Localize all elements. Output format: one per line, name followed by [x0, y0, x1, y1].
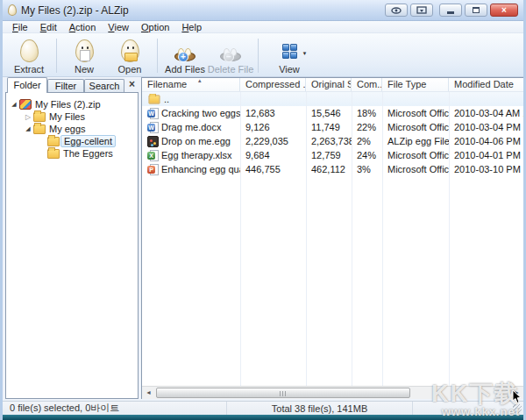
file-list: Filename ▴ Compressed ... Original S... …: [141, 77, 523, 399]
extract-button[interactable]: Extract: [6, 35, 52, 76]
egg-mascot-paper-icon: [75, 39, 94, 62]
scroll-left-icon[interactable]: ◄: [142, 387, 155, 399]
table-row[interactable]: WCracking two eggs wit... 12,683 15,546 …: [142, 106, 523, 120]
column-gridline: [382, 92, 383, 386]
view-button[interactable]: ▼ View: [267, 35, 312, 76]
egg-mascot-folder-icon: [121, 39, 139, 62]
restore-icon: [473, 7, 480, 13]
tree-item-my-eggs[interactable]: ◢ My eggs: [6, 123, 138, 135]
column-filetype[interactable]: File Type: [382, 78, 449, 91]
panel-tabs: Folder Filter Search ×: [5, 77, 139, 93]
column-filename[interactable]: Filename ▴: [142, 78, 240, 91]
content-area: Folder Filter Search × ◢ My Files (2).zi…: [3, 77, 523, 401]
tab-search[interactable]: Search: [84, 79, 124, 93]
chevron-down-icon[interactable]: ▼: [302, 51, 308, 56]
close-button[interactable]: ×: [490, 4, 518, 17]
toolbar-separator: [157, 39, 158, 73]
app-egg-icon: [8, 4, 17, 16]
titlebar-tray-button[interactable]: [410, 4, 433, 17]
delete-file-button: − Delete File: [208, 35, 253, 76]
status-selection: 0 file(s) selected, 0바이트: [3, 402, 227, 415]
tab-filter[interactable]: Filter: [47, 79, 84, 93]
menu-edit[interactable]: Edit: [34, 22, 63, 32]
column-gridline: [352, 92, 352, 386]
horizontal-scrollbar[interactable]: ◄ ►: [142, 386, 523, 399]
maximize-button[interactable]: [465, 4, 487, 17]
status-total: Total 38 file(s), 141MB: [227, 402, 413, 415]
toolbar-separator: [56, 39, 57, 73]
toolbar: Extract New Open + Add Files −: [3, 33, 523, 77]
folder-icon: [149, 95, 160, 103]
column-compressed[interactable]: Compressed ...: [240, 78, 306, 91]
expander-open-icon[interactable]: ◢: [10, 101, 18, 108]
word-doc-icon: W: [147, 108, 159, 119]
add-files-button[interactable]: + Add Files: [162, 35, 208, 76]
close-icon: ×: [501, 6, 507, 15]
folder-icon: [33, 125, 46, 134]
alzip-window: My Files (2).zip - ALZip × File Edit Act…: [0, 0, 526, 420]
table-row[interactable]: WDrag me.docx 9,126 11,749 22% Microsoft…: [142, 120, 523, 134]
table-row[interactable]: Drop on me.egg 2,229,035 2,263,738 2% AL…: [142, 134, 523, 148]
scrollbar-thumb[interactable]: [156, 388, 410, 398]
mouse-cursor: [512, 389, 522, 404]
column-gridline: [306, 92, 307, 386]
tree-item-root[interactable]: ◢ My Files (2).zip: [6, 98, 138, 110]
resize-grip[interactable]: [513, 404, 522, 413]
expander-open-icon[interactable]: ◢: [24, 125, 32, 132]
eye-icon: [391, 7, 402, 14]
new-button[interactable]: New: [61, 35, 107, 76]
minimize-button[interactable]: [439, 4, 462, 17]
folder-panel: Folder Filter Search × ◢ My Files (2).zi…: [5, 77, 139, 399]
window-controls: ×: [385, 4, 518, 17]
titlebar[interactable]: My Files (2).zip - ALZip ×: [3, 0, 523, 21]
folder-icon: [33, 112, 46, 122]
column-gridline: [240, 92, 241, 386]
minimize-icon: [447, 11, 454, 14]
panel-close-icon[interactable]: ×: [129, 78, 135, 90]
grid-view-icon: ▼: [282, 39, 297, 62]
folder-icon: [47, 137, 60, 146]
table-row[interactable]: XEgg therapy.xlsx 9,684 12,759 24% Micro…: [142, 148, 523, 162]
folder-icon: [47, 149, 60, 159]
tab-folder[interactable]: Folder: [7, 77, 47, 93]
window-title: My Files (2).zip - ALZip: [21, 4, 129, 17]
excel-doc-icon: X: [147, 150, 159, 161]
menu-bar: File Edit Action View Option Help: [3, 21, 523, 33]
alzip-egg-file-icon: [147, 136, 159, 147]
nest-minus-icon: −: [220, 39, 241, 62]
status-bar: 0 file(s) selected, 0바이트 Total 38 file(s…: [3, 401, 523, 415]
nest-plus-icon: +: [174, 39, 195, 62]
titlebar-eye-button[interactable]: [385, 4, 408, 17]
window-bottom-edge: [3, 415, 523, 420]
tree-item-egg-cellent[interactable]: Egg-cellent: [6, 135, 138, 147]
open-button[interactable]: Open: [107, 35, 153, 76]
zip-archive-icon: [19, 99, 32, 110]
toolbar-separator: [258, 39, 259, 73]
menu-view[interactable]: View: [102, 22, 135, 32]
tree-item-my-files[interactable]: ▷ My Files: [6, 110, 138, 123]
egg-icon: [20, 39, 39, 62]
menu-help[interactable]: Help: [175, 22, 208, 32]
list-header: Filename ▴ Compressed ... Original S... …: [142, 78, 523, 92]
column-ratio[interactable]: Com...: [352, 78, 382, 91]
sort-ascending-icon: ▴: [198, 78, 202, 84]
table-row[interactable]: PEnhancing egg quality... 446,755 462,11…: [142, 162, 523, 176]
expander-closed-icon[interactable]: ▷: [24, 113, 32, 121]
menu-option[interactable]: Option: [135, 22, 175, 32]
folder-tree: ◢ My Files (2).zip ▷ My Files ◢ My eggs …: [5, 92, 139, 399]
powerpoint-doc-icon: P: [147, 164, 159, 175]
column-original[interactable]: Original S...: [306, 78, 352, 91]
word-doc-icon: W: [147, 122, 159, 133]
menu-file[interactable]: File: [6, 22, 34, 32]
column-gridline: [449, 92, 450, 386]
table-row-up[interactable]: ..: [142, 92, 523, 106]
tree-item-the-eggers[interactable]: The Eggers: [6, 147, 138, 160]
menu-action[interactable]: Action: [63, 22, 103, 32]
column-modified[interactable]: Modified Date: [449, 78, 523, 91]
tray-window-icon: [416, 6, 427, 14]
